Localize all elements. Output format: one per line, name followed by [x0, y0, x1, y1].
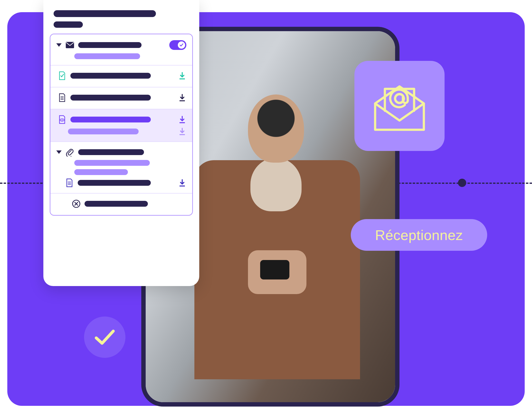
mail-title-placeholder	[78, 42, 142, 48]
list-item[interactable]	[50, 65, 192, 87]
svg-rect-13	[179, 186, 185, 186]
paperclip-icon	[66, 148, 74, 157]
document-icon	[65, 178, 74, 187]
card-subtitle-placeholder	[54, 22, 83, 28]
section-attachments	[50, 141, 192, 193]
section-mail-header	[50, 34, 192, 65]
file-list-panel	[50, 34, 193, 216]
step-label-text: Réceptionnez	[375, 227, 463, 243]
item-label-placeholder	[71, 95, 151, 101]
attachment-line-1	[74, 160, 150, 166]
photo-phone	[260, 260, 289, 279]
download-icon[interactable]	[178, 93, 186, 102]
app-card	[43, 0, 199, 286]
download-icon[interactable]	[178, 116, 186, 124]
attachments-title-placeholder	[78, 149, 144, 155]
mail-subtitle-placeholder	[74, 53, 140, 59]
close-circle-icon	[72, 199, 81, 208]
chevron-down-icon[interactable]	[56, 151, 62, 154]
photo-head	[248, 94, 304, 163]
item-label-placeholder	[71, 73, 151, 79]
timeline-node	[458, 179, 466, 187]
list-item-rejected[interactable]	[50, 193, 192, 215]
envelope-at-tile	[355, 61, 445, 151]
photo-shirt	[250, 158, 302, 211]
envelope-at-icon	[368, 74, 431, 138]
document-check-icon	[58, 71, 67, 80]
svg-rect-1	[179, 78, 185, 79]
card-title-placeholder	[54, 10, 156, 17]
download-icon[interactable]	[178, 127, 186, 136]
list-item[interactable]	[50, 87, 192, 109]
step-label-pill: Réceptionnez	[351, 219, 487, 251]
mail-icon	[66, 41, 74, 49]
download-icon[interactable]	[178, 179, 186, 187]
attachment-line-2	[74, 169, 128, 175]
download-icon[interactable]	[178, 71, 186, 80]
item-label-placeholder	[71, 116, 151, 122]
status-check-circle	[84, 316, 125, 358]
svg-rect-8	[179, 122, 185, 123]
svg-rect-5	[179, 100, 185, 101]
svg-point-7	[62, 119, 63, 120]
list-item-selected[interactable]	[50, 109, 192, 141]
check-icon	[179, 43, 183, 47]
svg-rect-9	[179, 134, 185, 135]
check-icon	[94, 329, 116, 346]
document-icon	[58, 93, 67, 102]
chevron-down-icon[interactable]	[56, 43, 62, 47]
toggle-switch[interactable]	[169, 40, 186, 50]
item-subtitle-placeholder	[68, 128, 139, 134]
item-label-placeholder	[84, 201, 148, 207]
attachment-file-placeholder	[78, 180, 151, 186]
document-eye-icon	[58, 115, 67, 124]
